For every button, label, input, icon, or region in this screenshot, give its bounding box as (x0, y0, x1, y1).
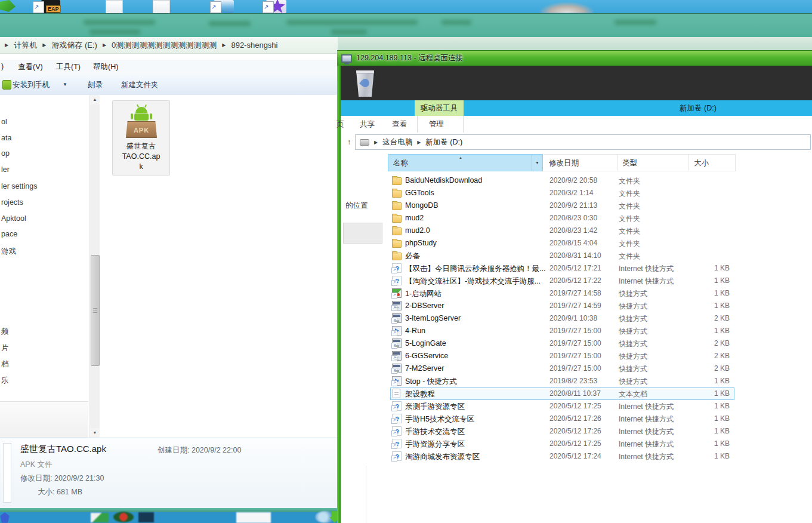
tab-home-partial[interactable]: 页 (336, 119, 344, 130)
file-type: 快捷方式 (619, 289, 647, 299)
file-row[interactable]: ↗ 【双击】今日腾讯云秒杀服务器抢购！最... 2020/5/12 17:21 … (341, 262, 812, 275)
sidebar-item[interactable]: ler (1, 165, 10, 174)
remote-window-titlebar[interactable]: 129.204.189.113 - 远程桌面连接 (337, 50, 812, 66)
file-row[interactable]: ↗ 淘游商城发布资源专区 2020/5/12 17:24 Internet 快捷… (341, 450, 812, 463)
sidebar-item[interactable]: 频 (1, 327, 9, 337)
file-date: 2020/8/15 4:04 (549, 239, 597, 247)
scroll-up-button[interactable]: ▲ (90, 95, 100, 104)
file-name: mud2.0 (405, 226, 430, 235)
file-row[interactable]: ↗ 4-Run 2019/7/27 15:00 快捷方式 1 KB (341, 325, 812, 337)
file-size: 1 KB (675, 302, 730, 310)
file-row[interactable]: MongoDB 2020/9/2 21:13 文件夹 (341, 199, 812, 212)
desktop-icon-fragment (138, 512, 154, 522)
command-toolbar: 安装到手机 ▼ 刻录 新建文件夹 (0, 75, 338, 96)
file-icon (392, 177, 402, 185)
scroll-down-button[interactable]: ▼ (90, 428, 100, 438)
file-row[interactable]: ↗ 6-GGService 2019/7/27 15:00 快捷方式 2 KB (341, 350, 812, 362)
sidebar-item[interactable]: pace (1, 230, 17, 238)
green-arrow-desktop-icon[interactable] (0, 0, 16, 12)
file-row[interactable]: 必备 2020/8/31 14:10 文件夹 (341, 250, 812, 262)
chevron-down-icon[interactable]: ▼ (63, 82, 67, 87)
filter-dropdown-icon[interactable]: ▼ (532, 155, 542, 171)
sidebar-item[interactable]: 片 (1, 343, 9, 353)
new-folder-button[interactable]: 新建文件夹 (121, 80, 159, 90)
sidebar-item[interactable]: Apktool (1, 214, 26, 223)
desktop-icon-fragment (236, 512, 271, 523)
breadcrumb-folder[interactable]: 0测测测测测测测测测测测测测 (112, 40, 217, 51)
file-row[interactable]: mud2.0 2020/8/23 1:42 文件夹 (341, 224, 812, 237)
drive-tools-contextual-tab[interactable]: 驱动器工具 (415, 100, 464, 116)
file-icon (392, 240, 402, 248)
breadcrumb-drive-e[interactable]: 游戏储存 (E:) (51, 40, 97, 51)
file-row[interactable]: ↗ Stop - 快捷方式 2019/8/2 23:53 快捷方式 1 KB (341, 375, 812, 387)
desktop-background: EAP (0, 0, 812, 13)
file-icon: ↗ (392, 313, 402, 323)
up-one-level-icon[interactable]: ↑ (344, 137, 354, 147)
breadcrumb-this-pc[interactable]: 这台电脑 (382, 137, 412, 147)
file-row[interactable]: ↗ 3-ItemLogServer 2020/9/1 10:38 快捷方式 2 … (341, 312, 812, 325)
details-file-name: 盛世复古TAO.CC.apk (20, 444, 106, 455)
sidebar-item[interactable]: ata (1, 134, 11, 142)
breadcrumb-current-folder[interactable]: 892-shengshi (231, 41, 277, 50)
sort-ascending-icon: ▲ (459, 155, 462, 160)
sidebar-item[interactable]: ol (1, 118, 7, 126)
file-row[interactable]: BaiduNetdiskDownload 2020/9/2 20:58 文件夹 (341, 174, 812, 187)
file-row[interactable]: phpStudy 2020/8/15 4:04 文件夹 (341, 237, 812, 250)
burn-button[interactable]: 刻录 (88, 80, 103, 90)
file-row[interactable]: ↗ 【淘游交流社区】-游戏技术交流手游服... 2020/5/12 17:22 … (341, 275, 812, 287)
column-header-type[interactable]: 类型 (618, 154, 689, 171)
drive-icon (360, 139, 369, 146)
file-type: 快捷方式 (619, 377, 647, 387)
breadcrumb-volume-d[interactable]: 新加卷 (D:) (425, 137, 462, 147)
sidebar-item[interactable]: 游戏 (1, 247, 16, 257)
sidebar-item[interactable]: rojects (1, 198, 23, 207)
file-name: 2-DBServer (405, 302, 444, 310)
file-date: 2020/9/2 21:13 (549, 201, 597, 210)
file-date: 2020/8/31 14:10 (549, 251, 601, 260)
install-to-phone-button[interactable]: 安装到手机 (13, 80, 50, 90)
tab-manage[interactable]: 管理 (429, 119, 444, 130)
column-header-name[interactable]: 名称 ▲ ▼ (388, 154, 543, 171)
column-header-date[interactable]: 修改日期 (544, 154, 618, 171)
file-desktop-icon[interactable] (106, 0, 123, 14)
sidebar-item[interactable]: op (1, 149, 10, 158)
file-date: 2020/8/23 1:42 (549, 226, 597, 235)
scrollbar-thumb[interactable] (91, 255, 100, 366)
sidebar-item[interactable]: ler settings (1, 182, 37, 190)
breadcrumb-sep-icon: ▶ (42, 42, 46, 48)
file-desktop-icon[interactable] (153, 0, 170, 14)
file-row[interactable]: ↗ 1-启动网站 2019/7/27 14:58 快捷方式 1 KB (341, 287, 812, 300)
breadcrumb-computer[interactable]: 计算机 (14, 40, 37, 51)
file-row[interactable]: ↗ 7-M2Server 2019/7/27 15:00 快捷方式 2 KB (341, 362, 812, 375)
star-shortcut-icon[interactable] (263, 0, 286, 13)
menu-view[interactable]: 查看(V) (18, 62, 43, 72)
disk-shortcut-icon[interactable] (210, 0, 234, 13)
file-row[interactable]: ↗ 手游资源分享专区 2020/5/12 17:25 Internet 快捷方式… (341, 438, 812, 450)
recycle-bin-icon[interactable] (355, 70, 375, 97)
address-box[interactable]: ▶ 这台电脑 ▶ 新加卷 (D:) (355, 134, 811, 150)
apk-file-tile[interactable]: APK 盛世复古 TAO.CC.ap k (112, 100, 170, 176)
file-row[interactable]: ↗ 手游技术交流专区 2020/5/12 17:26 Internet 快捷方式… (341, 425, 812, 438)
sidebar-scrollbar[interactable]: ▲ ▼ (89, 95, 100, 438)
file-icon: ↗ (392, 451, 402, 461)
tab-view[interactable]: 查看 (392, 119, 407, 130)
file-row[interactable]: mud2 2020/8/23 0:30 文件夹 (341, 212, 812, 224)
file-row[interactable]: ↗ 亲测手游资源专区 2020/5/12 17:25 Internet 快捷方式… (341, 400, 812, 413)
file-row[interactable]: 架设教程 2020/8/11 10:37 文本文档 1 KB (341, 387, 812, 400)
menu-tools[interactable]: 工具(T) (56, 62, 81, 72)
file-row[interactable]: ↗ 手游H5技术交流专区 2020/5/12 17:26 Internet 快捷… (341, 413, 812, 425)
file-type: 快捷方式 (619, 339, 647, 349)
tab-share[interactable]: 共享 (360, 119, 375, 130)
file-row[interactable]: ↗ 2-DBServer 2019/7/27 14:59 快捷方式 1 KB (341, 300, 812, 312)
remote-explorer-title: 新加卷 (D:) (620, 100, 776, 116)
file-icon: ↗ (392, 414, 402, 423)
menu-help[interactable]: 帮助(H) (93, 62, 118, 72)
eap-shortcut-icon[interactable]: EAP (33, 0, 60, 13)
sidebar-item[interactable]: 乐 (1, 376, 9, 386)
file-date: 2020/5/12 17:26 (549, 427, 601, 435)
file-name: 5-LoginGate (405, 339, 446, 347)
sidebar-item[interactable]: 档 (1, 359, 9, 370)
file-row[interactable]: GGTools 2020/3/2 1:14 文件夹 (341, 187, 812, 199)
column-header-size[interactable]: 大小 (689, 154, 736, 171)
file-row[interactable]: ↗ 5-LoginGate 2019/7/27 15:00 快捷方式 2 KB (341, 337, 812, 350)
